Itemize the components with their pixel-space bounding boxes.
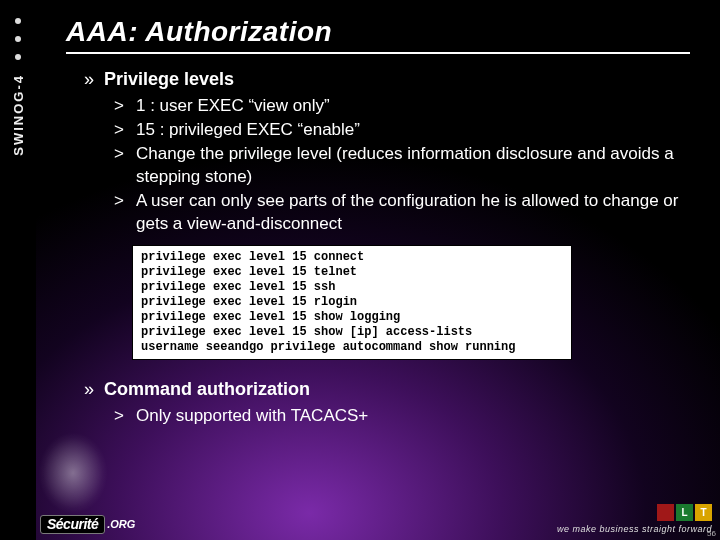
- angle-right-icon: >: [114, 142, 128, 188]
- section-heading: » Command authorization: [84, 378, 690, 400]
- section-heading-text: Command authorization: [104, 378, 310, 400]
- brand-name: Sécurité: [40, 515, 105, 534]
- slide-content: » Privilege levels > 1 : user EXEC “view…: [36, 54, 720, 427]
- footer-block-icon: [657, 504, 674, 521]
- footer-blocks: L T: [557, 504, 712, 521]
- slide-body: AAA: Authorization » Privilege levels > …: [36, 0, 720, 540]
- footer-right: L T we make business straight forward: [557, 504, 712, 536]
- angle-right-icon: >: [114, 94, 128, 117]
- section-heading-text: Privilege levels: [104, 68, 234, 90]
- sidebar-event-label: SWINOG-4: [11, 74, 26, 156]
- footer-block-icon: L: [676, 504, 693, 521]
- code-block: privilege exec level 15 connect privileg…: [132, 245, 572, 360]
- sub-list: > Only supported with TACACS+: [84, 404, 690, 427]
- slide-footer: Sécurité .ORG L T we make business strai…: [36, 498, 720, 540]
- list-item-text: A user can only see parts of the configu…: [136, 189, 690, 235]
- section-heading: » Privilege levels: [84, 68, 690, 90]
- list-item: > Only supported with TACACS+: [114, 404, 690, 427]
- angle-right-icon: >: [114, 189, 128, 235]
- brand-suffix: .ORG: [107, 518, 135, 530]
- footer-block-icon: T: [695, 504, 712, 521]
- list-item: > 15 : privileged EXEC “enable”: [114, 118, 690, 141]
- sidebar-dot-icon: [15, 54, 21, 60]
- list-item: > 1 : user EXEC “view only”: [114, 94, 690, 117]
- chevron-right-icon: »: [84, 68, 94, 90]
- list-item-text: Only supported with TACACS+: [136, 404, 690, 427]
- list-item: > Change the privilege level (reduces in…: [114, 142, 690, 188]
- brand-logo: Sécurité .ORG: [40, 514, 135, 534]
- sub-list: > 1 : user EXEC “view only” > 15 : privi…: [84, 94, 690, 235]
- slide-title: AAA: Authorization: [66, 16, 690, 48]
- angle-right-icon: >: [114, 404, 128, 427]
- sidebar: SWINOG-4: [0, 0, 36, 540]
- angle-right-icon: >: [114, 118, 128, 141]
- list-item-text: 15 : privileged EXEC “enable”: [136, 118, 690, 141]
- sidebar-dot-icon: [15, 36, 21, 42]
- list-item: > A user can only see parts of the confi…: [114, 189, 690, 235]
- list-item-text: 1 : user EXEC “view only”: [136, 94, 690, 117]
- list-item-text: Change the privilege level (reduces info…: [136, 142, 690, 188]
- sidebar-dot-icon: [15, 18, 21, 24]
- page-number: 56: [707, 529, 716, 538]
- footer-tagline: we make business straight forward: [557, 524, 712, 534]
- chevron-right-icon: »: [84, 378, 94, 400]
